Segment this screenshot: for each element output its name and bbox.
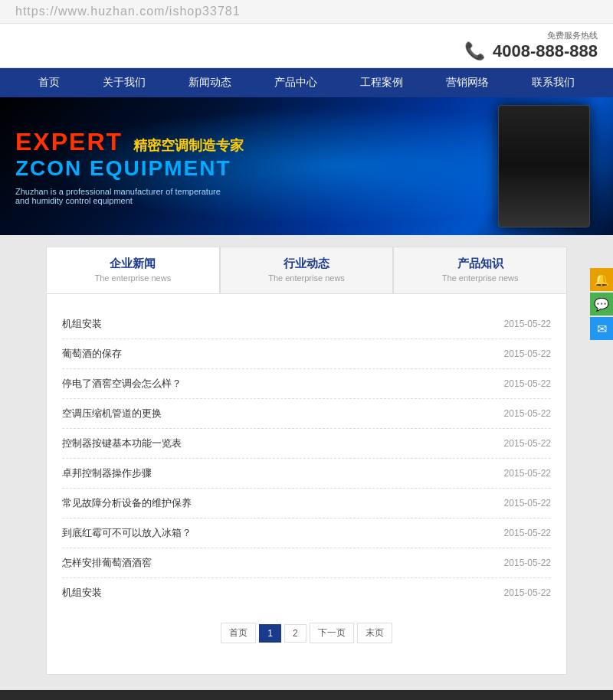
news-item: 卓邦控制器操作步骤 2015-05-22 bbox=[62, 459, 551, 489]
banner-server bbox=[498, 105, 590, 227]
nav-marketing[interactable]: 营销网络 bbox=[425, 68, 510, 97]
news-title[interactable]: 机组安装 bbox=[62, 317, 102, 331]
news-title[interactable]: 控制器按键基本功能一览表 bbox=[62, 437, 182, 450]
news-title[interactable]: 怎样安排葡萄酒酒窖 bbox=[62, 556, 152, 570]
tab-industry-news-subtitle: The enterprise news bbox=[228, 273, 385, 283]
news-date: 2015-05-22 bbox=[504, 348, 551, 359]
sidebar-chat-icon[interactable]: 💬 bbox=[590, 293, 613, 316]
news-date: 2015-05-22 bbox=[504, 408, 551, 419]
news-item: 机组安装 2015-05-22 bbox=[62, 309, 551, 339]
news-item: 到底红霉可不可以放入冰箱？ 2015-05-22 bbox=[62, 518, 551, 548]
tabs-section: 企业新闻 The enterprise news 行业动态 The enterp… bbox=[0, 235, 613, 293]
tab-industry-news-title: 行业动态 bbox=[228, 257, 385, 271]
nav-projects[interactable]: 工程案例 bbox=[339, 68, 425, 97]
pagination: 首页 1 2 下一页 末页 bbox=[62, 607, 551, 659]
news-date: 2015-05-22 bbox=[504, 587, 551, 598]
news-date: 2015-05-22 bbox=[504, 528, 551, 538]
news-item: 葡萄酒的保存 2015-05-22 bbox=[62, 339, 551, 369]
banner-expert: EXPERT 精密空调制造专家 bbox=[15, 128, 244, 156]
pagination-first[interactable]: 首页 bbox=[221, 623, 256, 643]
tab-product-knowledge[interactable]: 产品知识 The enterprise news bbox=[393, 247, 567, 293]
sidebar-message-icon[interactable]: ✉ bbox=[590, 317, 613, 340]
news-item: 空调压缩机管道的更换 2015-05-22 bbox=[62, 399, 551, 429]
news-date: 2015-05-22 bbox=[504, 378, 551, 389]
right-sidebar: 🔔 💬 ✉ bbox=[590, 268, 613, 340]
tab-company-news-title: 企业新闻 bbox=[54, 257, 211, 271]
tab-product-knowledge-subtitle: The enterprise news bbox=[402, 273, 559, 283]
phone-icon: 📞 bbox=[464, 41, 485, 61]
news-date: 2015-05-22 bbox=[504, 319, 551, 329]
tab-industry-news[interactable]: 行业动态 The enterprise news bbox=[220, 247, 394, 293]
service-info: 免费服务热线 📞 4008-888-888 bbox=[464, 30, 598, 61]
news-item: 怎样安排葡萄酒酒窖 2015-05-22 bbox=[62, 548, 551, 578]
banner-desc: Zhuzhan is a professional manufacturer o… bbox=[15, 187, 230, 205]
banner-text: EXPERT 精密空调制造专家 ZCON EQUIPMENT Zhuzhan i… bbox=[15, 128, 244, 205]
content-area: 机组安装 2015-05-22 葡萄酒的保存 2015-05-22 停电了酒窖空… bbox=[0, 293, 613, 690]
news-title[interactable]: 停电了酒窖空调会怎么样？ bbox=[62, 377, 182, 391]
main-nav: 首页 关于我们 新闻动态 产品中心 工程案例 营销网络 联系我们 bbox=[0, 68, 613, 97]
banner: EXPERT 精密空调制造专家 ZCON EQUIPMENT Zhuzhan i… bbox=[0, 97, 613, 235]
news-title[interactable]: 机组安装 bbox=[62, 586, 102, 600]
top-bar: 免费服务热线 📞 4008-888-888 bbox=[0, 24, 613, 68]
news-title[interactable]: 卓邦控制器操作步骤 bbox=[62, 466, 152, 480]
server-image bbox=[498, 105, 590, 227]
nav-home[interactable]: 首页 bbox=[17, 68, 81, 97]
nav-contact[interactable]: 联系我们 bbox=[510, 68, 596, 97]
pagination-page1[interactable]: 1 bbox=[259, 624, 281, 643]
news-title[interactable]: 到底红霉可不可以放入冰箱？ bbox=[62, 526, 192, 540]
content-box: 机组安装 2015-05-22 葡萄酒的保存 2015-05-22 停电了酒窖空… bbox=[46, 293, 567, 675]
banner-zhongn: ZCON EQUIPMENT bbox=[15, 156, 244, 181]
news-date: 2015-05-22 bbox=[504, 558, 551, 568]
news-item: 常见故障分析设备的维护保养 2015-05-22 bbox=[62, 489, 551, 518]
news-title[interactable]: 空调压缩机管道的更换 bbox=[62, 407, 162, 420]
url-bar: https://www.huzhan.com/ishop33781 bbox=[0, 0, 613, 24]
nav-products[interactable]: 产品中心 bbox=[253, 68, 339, 97]
news-list: 机组安装 2015-05-22 葡萄酒的保存 2015-05-22 停电了酒窖空… bbox=[62, 309, 551, 607]
sidebar-notification-icon[interactable]: 🔔 bbox=[590, 268, 613, 291]
news-title[interactable]: 常见故障分析设备的维护保养 bbox=[62, 496, 192, 510]
hotline-number: 📞 4008-888-888 bbox=[464, 41, 598, 61]
url-text: https://www.huzhan.com/ishop33781 bbox=[15, 5, 241, 18]
tab-product-knowledge-title: 产品知识 bbox=[402, 257, 559, 271]
news-item: 停电了酒窖空调会怎么样？ 2015-05-22 bbox=[62, 369, 551, 399]
tab-company-news-subtitle: The enterprise news bbox=[54, 273, 211, 283]
tab-company-news[interactable]: 企业新闻 The enterprise news bbox=[46, 247, 220, 293]
pagination-page2[interactable]: 2 bbox=[284, 624, 306, 643]
news-item: 机组安装 2015-05-22 bbox=[62, 578, 551, 607]
nav-about[interactable]: 关于我们 bbox=[81, 68, 167, 97]
news-date: 2015-05-22 bbox=[504, 468, 551, 479]
pagination-next[interactable]: 下一页 bbox=[310, 623, 354, 643]
nav-news[interactable]: 新闻动态 bbox=[167, 68, 253, 97]
pagination-last[interactable]: 末页 bbox=[357, 623, 392, 643]
news-item: 控制器按键基本功能一览表 2015-05-22 bbox=[62, 429, 551, 459]
footer: 关于我们 发展历程 企业文化 质量认证 企业荣誉 新闻动态 企业新闻 行业动态 … bbox=[0, 690, 613, 700]
hotline-label: 免费服务热线 bbox=[464, 30, 598, 41]
news-date: 2015-05-22 bbox=[504, 498, 551, 509]
news-title[interactable]: 葡萄酒的保存 bbox=[62, 347, 122, 361]
news-date: 2015-05-22 bbox=[504, 438, 551, 449]
